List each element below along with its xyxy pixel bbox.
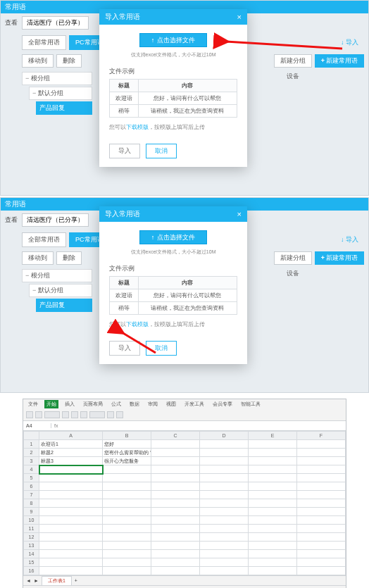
- rib-tab[interactable]: 视图: [164, 400, 178, 408]
- cell[interactable]: 您好: [103, 440, 151, 449]
- cell[interactable]: [151, 457, 200, 465]
- cell[interactable]: [297, 558, 346, 567]
- cell[interactable]: [297, 567, 346, 575]
- tool-icon[interactable]: [89, 411, 105, 418]
- name-box[interactable]: A4: [23, 423, 51, 428]
- cell[interactable]: [297, 542, 346, 550]
- rib-tab-active[interactable]: 开始: [44, 400, 58, 408]
- tree-default[interactable]: −默认分组: [29, 284, 92, 297]
- cell[interactable]: [249, 499, 297, 508]
- row-header[interactable]: 7: [24, 491, 39, 499]
- cell[interactable]: [39, 542, 103, 550]
- cell[interactable]: [297, 482, 346, 491]
- row-header[interactable]: 12: [24, 533, 39, 542]
- cell[interactable]: [297, 525, 346, 533]
- tree-root[interactable]: −根分组: [22, 269, 92, 282]
- col-header[interactable]: E: [249, 432, 297, 440]
- sheet-tab[interactable]: 工作表1: [42, 576, 72, 585]
- cell[interactable]: [249, 474, 297, 482]
- col-header[interactable]: C: [151, 432, 200, 440]
- cell[interactable]: [200, 558, 249, 567]
- cell[interactable]: [297, 449, 346, 457]
- tree-product[interactable]: 产品回复: [36, 299, 92, 312]
- close-icon[interactable]: ×: [237, 210, 242, 218]
- cell[interactable]: [200, 542, 249, 550]
- cell[interactable]: [103, 542, 151, 550]
- tree-default[interactable]: −默认分组: [29, 87, 92, 100]
- cell[interactable]: [103, 482, 151, 491]
- cell[interactable]: [151, 474, 200, 482]
- cell[interactable]: [151, 440, 200, 449]
- row-header[interactable]: 4: [24, 465, 39, 474]
- row-header[interactable]: 5: [24, 474, 39, 482]
- cell[interactable]: [249, 457, 297, 465]
- sheet-nav-icon[interactable]: ◄: [26, 578, 31, 583]
- rib-tab[interactable]: 会员专享: [211, 400, 234, 408]
- cell[interactable]: [39, 525, 103, 533]
- cell[interactable]: [39, 558, 103, 567]
- spreadsheet-grid[interactable]: A B C D E F 1欢迎语1您好 2标题2您有什么需要帮助的？ 3标题3很…: [23, 431, 346, 575]
- cell[interactable]: [249, 558, 297, 567]
- cell[interactable]: [103, 567, 151, 575]
- cell[interactable]: [249, 465, 297, 474]
- tool-icon[interactable]: [107, 411, 114, 418]
- rib-tab[interactable]: 数据: [127, 400, 142, 408]
- tool-icon[interactable]: [44, 411, 60, 418]
- rib-tab[interactable]: 页面布局: [81, 400, 105, 408]
- cell[interactable]: [151, 508, 200, 516]
- cell[interactable]: [249, 491, 297, 499]
- cell[interactable]: [249, 449, 297, 457]
- col-header[interactable]: D: [200, 432, 249, 440]
- cell[interactable]: [39, 550, 103, 558]
- tool-icon[interactable]: [26, 411, 33, 418]
- cell[interactable]: [151, 491, 200, 499]
- delete-button[interactable]: 删除: [56, 251, 82, 265]
- tool-icon[interactable]: [62, 411, 69, 418]
- import-link[interactable]: ↓ 导入: [341, 235, 358, 244]
- cell[interactable]: [151, 449, 200, 457]
- new-phrase-button[interactable]: +新建常用语: [315, 251, 364, 265]
- delete-button[interactable]: 删除: [56, 54, 82, 68]
- cell[interactable]: [200, 474, 249, 482]
- cell[interactable]: [151, 558, 200, 567]
- cell[interactable]: [297, 533, 346, 542]
- cell[interactable]: [297, 508, 346, 516]
- cell[interactable]: [39, 491, 103, 499]
- cell[interactable]: [297, 499, 346, 508]
- cell[interactable]: [297, 474, 346, 482]
- row-header[interactable]: 15: [24, 558, 39, 567]
- cell[interactable]: [151, 482, 200, 491]
- cell[interactable]: [103, 474, 151, 482]
- move-button[interactable]: 移动到: [22, 251, 54, 265]
- corner-cell[interactable]: [24, 432, 39, 440]
- cell[interactable]: [200, 499, 249, 508]
- dialog-import-button[interactable]: 导入: [109, 144, 140, 158]
- cell[interactable]: [151, 516, 200, 525]
- cell[interactable]: [249, 482, 297, 491]
- sheet-nav-icon[interactable]: ►: [34, 578, 39, 583]
- cell[interactable]: [297, 491, 346, 499]
- cell[interactable]: [103, 558, 151, 567]
- cell[interactable]: [39, 516, 103, 525]
- crumb-value[interactable]: 清远医疗（已分享）: [22, 213, 89, 227]
- row-header[interactable]: 10: [24, 516, 39, 525]
- row-header[interactable]: 13: [24, 542, 39, 550]
- upload-button[interactable]: ↑ 点击选择文件: [139, 33, 207, 47]
- tree-product[interactable]: 产品回复: [36, 101, 92, 115]
- cell[interactable]: [249, 440, 297, 449]
- cell[interactable]: [39, 482, 103, 491]
- cell[interactable]: [39, 533, 103, 542]
- rib-tab[interactable]: 公式: [109, 400, 123, 408]
- cell[interactable]: [200, 457, 249, 465]
- cell[interactable]: [39, 567, 103, 575]
- dialog-cancel-button[interactable]: 取消: [146, 341, 177, 356]
- rib-tab[interactable]: 文件: [26, 400, 40, 408]
- rib-tab[interactable]: 开发工具: [182, 400, 206, 408]
- cell[interactable]: [39, 508, 103, 516]
- row-header[interactable]: 3: [24, 457, 39, 465]
- cell[interactable]: [39, 474, 103, 482]
- cell[interactable]: [151, 567, 200, 575]
- crumb-value[interactable]: 清远医疗（已分享）: [22, 16, 89, 30]
- cell[interactable]: 您有什么需要帮助的？: [103, 449, 151, 457]
- cell[interactable]: [200, 508, 249, 516]
